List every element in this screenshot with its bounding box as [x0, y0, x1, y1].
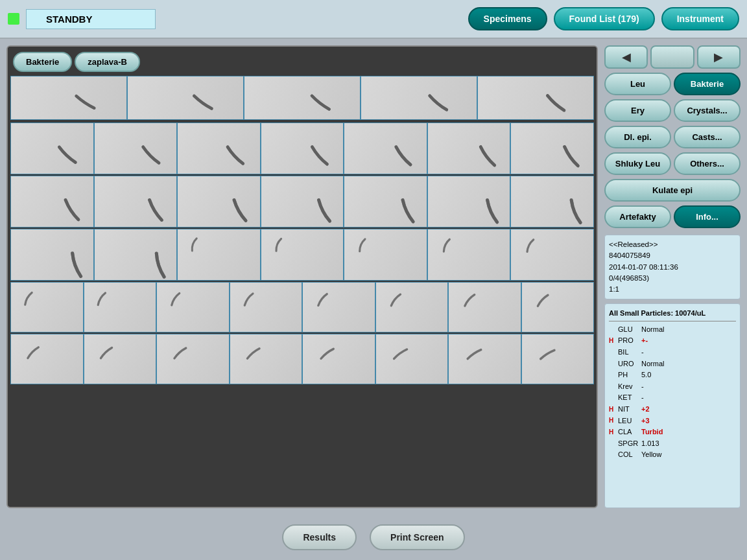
- classify-casts-button[interactable]: Casts...: [674, 126, 741, 148]
- classify-leu-button[interactable]: Leu: [604, 73, 671, 95]
- bottom-bar: Results Print Screen: [0, 515, 747, 560]
- cell-4-7[interactable]: [521, 282, 595, 332]
- cell-3-4[interactable]: [344, 229, 427, 281]
- cell-2-2[interactable]: [177, 176, 261, 228]
- classify-crystals-button[interactable]: Crystals...: [674, 99, 741, 122]
- cell-3-3[interactable]: [261, 229, 344, 281]
- found-list-button[interactable]: Found List (179): [554, 7, 655, 30]
- cell-4-5[interactable]: [375, 282, 449, 332]
- cell-1-4[interactable]: [344, 122, 427, 174]
- cell-2-6[interactable]: [510, 176, 594, 228]
- cell-1-1[interactable]: [94, 122, 178, 174]
- cell-4-3[interactable]: [230, 282, 303, 332]
- classify-row-1: Leu Bakterie: [604, 73, 741, 95]
- chem-row: SPGR 1.013: [609, 438, 736, 450]
- cell-2-5[interactable]: [427, 176, 511, 228]
- results-button[interactable]: Results: [282, 524, 357, 550]
- cell-5-4[interactable]: [302, 334, 375, 384]
- cell-4-2[interactable]: [156, 282, 230, 332]
- chem-value: -: [641, 392, 644, 404]
- classify-info-button[interactable]: Info...: [674, 205, 741, 228]
- cell-4-6[interactable]: [448, 282, 521, 332]
- chem-value: 1.013: [641, 438, 659, 450]
- cell-5-3[interactable]: [230, 334, 303, 384]
- specimens-button[interactable]: Specimens: [468, 7, 547, 30]
- classify-ery-button[interactable]: Ery: [604, 99, 671, 122]
- all-particles-label: All Small Particles: 10074/uL: [609, 308, 736, 321]
- chem-row: COL Yellow: [609, 449, 736, 461]
- cell-1-6[interactable]: [510, 122, 594, 174]
- cell-4-1[interactable]: [84, 282, 157, 332]
- cell-1-5[interactable]: [427, 122, 511, 174]
- chem-name: NIT: [618, 404, 639, 415]
- classify-row-6: Artefakty Info...: [604, 205, 741, 228]
- chem-h: H: [609, 404, 615, 415]
- status-indicator: [8, 13, 19, 25]
- chem-h: H: [609, 427, 615, 438]
- info-line4: 0/4(496853): [609, 273, 736, 284]
- next-button[interactable]: ▶: [697, 45, 741, 69]
- cell-0-1[interactable]: [127, 76, 244, 120]
- chem-name: COL: [618, 449, 639, 461]
- chem-row: KET -: [609, 392, 736, 404]
- classify-kulate-button[interactable]: Kulate epi: [604, 179, 741, 202]
- chem-value: -: [641, 381, 644, 393]
- cell-2-0[interactable]: [10, 176, 94, 228]
- cell-2-3[interactable]: [261, 176, 344, 228]
- cell-0-2[interactable]: [244, 76, 361, 120]
- cell-5-6[interactable]: [448, 334, 521, 384]
- cell-4-4[interactable]: [302, 282, 375, 332]
- cell-0-4[interactable]: [477, 76, 594, 120]
- cell-3-1[interactable]: [94, 229, 178, 281]
- chem-h: H: [609, 336, 615, 346]
- cell-4-0[interactable]: [10, 282, 84, 332]
- classify-bakterie-button[interactable]: Bakterie: [674, 73, 741, 95]
- tab-bar: Bakterie zaplava-B: [8, 47, 597, 72]
- cell-2-1[interactable]: [94, 176, 178, 228]
- cell-5-1[interactable]: [84, 334, 157, 384]
- cell-5-7[interactable]: [521, 334, 595, 384]
- cell-3-2[interactable]: [177, 229, 261, 281]
- cell-3-0[interactable]: [10, 229, 94, 281]
- cell-3-5[interactable]: [427, 229, 511, 281]
- classify-artefakty-button[interactable]: Artefakty: [604, 205, 671, 228]
- cell-1-3[interactable]: [261, 122, 344, 174]
- cell-2-4[interactable]: [344, 176, 427, 228]
- chem-value: -: [641, 347, 644, 358]
- cell-5-0[interactable]: [10, 334, 84, 384]
- classify-dlepi-button[interactable]: Dl. epi.: [604, 126, 671, 148]
- chem-name: LEU: [618, 415, 639, 427]
- instrument-button[interactable]: Instrument: [661, 7, 739, 30]
- tab-bakterie[interactable]: Bakterie: [13, 52, 72, 72]
- tab-zaplava[interactable]: zaplava-B: [75, 52, 140, 72]
- info-line1: <<Released>>: [609, 239, 736, 250]
- cell-3-6[interactable]: [510, 229, 594, 281]
- info-line3: 2014-01-07 08:11:36: [609, 262, 736, 273]
- chem-value: Yellow: [641, 449, 661, 461]
- chem-row: BIL -: [609, 347, 736, 358]
- cell-0-0[interactable]: [10, 76, 127, 120]
- cell-5-5[interactable]: [375, 334, 449, 384]
- chem-row: H PRO +-: [609, 335, 736, 347]
- classify-others-button[interactable]: Others...: [674, 152, 741, 175]
- right-panel: ◀ ▶ Leu Bakterie Ery Crystals... Dl. epi…: [604, 45, 741, 508]
- prev-button[interactable]: ◀: [604, 45, 648, 69]
- chem-value: 5.0: [641, 369, 651, 381]
- status-label: STANDBY: [26, 9, 156, 29]
- chem-h: H: [609, 415, 615, 426]
- cell-1-2[interactable]: [177, 122, 261, 174]
- classify-row-3: Dl. epi. Casts...: [604, 126, 741, 148]
- cell-0-3[interactable]: [361, 76, 477, 120]
- top-bar: STANDBY Specimens Found List (179) Instr…: [0, 0, 747, 39]
- chem-row: PH 5.0: [609, 369, 736, 381]
- info-box: <<Released>> 8404075849 2014-01-07 08:11…: [604, 235, 741, 299]
- cell-1-0[interactable]: [10, 122, 94, 174]
- info-line5: 1:1: [609, 284, 736, 295]
- print-screen-button[interactable]: Print Screen: [370, 524, 464, 550]
- chem-value: Normal: [641, 324, 664, 336]
- chem-value: Turbid: [641, 426, 663, 438]
- left-panel: Bakterie zaplava-B: [6, 45, 598, 508]
- chem-rows: GLU Normal H PRO +- BIL - URO Normal PH …: [609, 324, 736, 461]
- cell-5-2[interactable]: [156, 334, 230, 384]
- classify-shluky-button[interactable]: Shluky Leu: [604, 152, 671, 175]
